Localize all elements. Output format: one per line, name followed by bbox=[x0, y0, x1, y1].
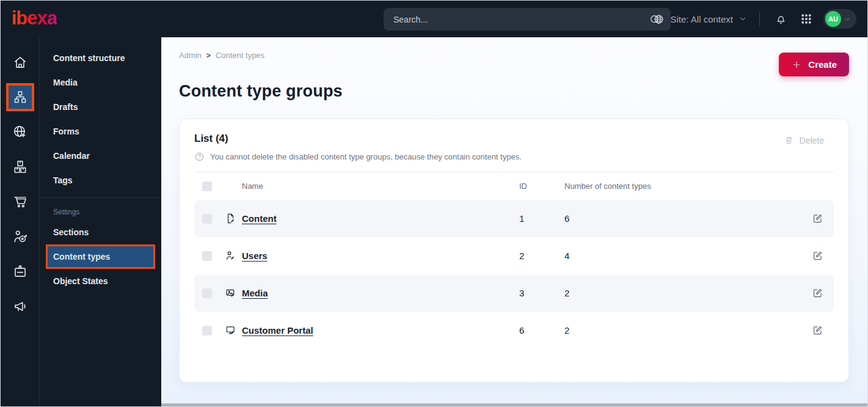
rail-item-products[interactable] bbox=[3, 149, 37, 184]
help-circle-icon bbox=[194, 152, 205, 162]
edit-icon bbox=[812, 287, 823, 299]
breadcrumb: Admin > Content types bbox=[179, 51, 849, 60]
table-row: Customer Portal 6 2 bbox=[194, 312, 834, 349]
group-name-link[interactable]: Media bbox=[242, 288, 268, 298]
home-icon bbox=[12, 54, 28, 70]
rail-item-dashboard[interactable] bbox=[3, 45, 37, 79]
admin-badge-icon bbox=[12, 263, 28, 279]
group-id: 2 bbox=[519, 251, 564, 261]
rail-item-commerce[interactable] bbox=[3, 184, 37, 219]
topbar: ibexa Site: All context bbox=[1, 1, 867, 37]
create-button-label: Create bbox=[808, 59, 837, 70]
edit-icon bbox=[812, 213, 823, 224]
sidebar-menu: Content structure Media Drafts Forms Cal… bbox=[40, 37, 161, 406]
create-button[interactable]: Create bbox=[779, 53, 849, 76]
sidebar-item-calendar[interactable]: Calendar bbox=[40, 144, 161, 168]
delete-button-label: Delete bbox=[800, 136, 824, 145]
rail-item-site[interactable] bbox=[3, 114, 37, 149]
edit-icon bbox=[812, 250, 823, 262]
column-header-count: Number of content types bbox=[564, 182, 812, 191]
sidebar-item-forms[interactable]: Forms bbox=[40, 119, 161, 144]
table-row: Media 3 2 bbox=[194, 274, 834, 312]
edit-group-button[interactable] bbox=[812, 287, 834, 299]
rail-item-personalization[interactable] bbox=[3, 219, 37, 254]
page-title: Content type groups bbox=[179, 82, 849, 101]
user-menu[interactable]: AU bbox=[823, 9, 856, 29]
column-header-name: Name bbox=[242, 182, 519, 191]
chevron-down-icon bbox=[844, 15, 852, 23]
product-catalog-icon bbox=[12, 159, 28, 175]
group-content-type-count: 2 bbox=[564, 288, 812, 298]
note-text: You cannot delete the disabled content t… bbox=[210, 152, 522, 161]
globe-icon bbox=[653, 13, 665, 25]
notifications-bell-icon[interactable] bbox=[772, 10, 789, 28]
edit-group-button[interactable] bbox=[812, 324, 834, 336]
sidebar-item-media[interactable]: Media bbox=[40, 70, 161, 95]
row-checkbox[interactable] bbox=[202, 288, 212, 298]
file-edit-icon bbox=[225, 213, 242, 224]
table-row: Content 1 6 bbox=[194, 200, 834, 237]
column-header-id: ID bbox=[519, 182, 564, 191]
sidebar-item-content-structure[interactable]: Content structure bbox=[40, 46, 161, 70]
avatar: AU bbox=[825, 11, 841, 27]
table-header-row: Name ID Number of content types bbox=[194, 172, 834, 200]
icon-rail bbox=[1, 37, 40, 406]
marketing-megaphone-icon bbox=[12, 298, 28, 314]
app-grid-icon[interactable] bbox=[798, 10, 815, 28]
edit-group-button[interactable] bbox=[812, 250, 834, 262]
group-name-link[interactable]: Customer Portal bbox=[242, 325, 313, 336]
trash-icon bbox=[784, 135, 794, 145]
row-checkbox[interactable] bbox=[202, 214, 212, 224]
content-structure-icon bbox=[13, 90, 27, 105]
settings-section-label: Settings bbox=[40, 202, 161, 220]
list-count-title: List (4) bbox=[194, 133, 834, 145]
sidebar-item-tags[interactable]: Tags bbox=[40, 168, 161, 193]
search-input[interactable] bbox=[393, 15, 646, 24]
delete-button[interactable]: Delete bbox=[784, 135, 824, 145]
group-id: 6 bbox=[519, 325, 564, 336]
sidebar-item-drafts[interactable]: Drafts bbox=[40, 95, 161, 119]
commerce-cart-icon bbox=[12, 194, 28, 210]
global-search[interactable] bbox=[384, 8, 671, 31]
user-edit-icon bbox=[225, 250, 242, 262]
image-edit-icon bbox=[225, 287, 242, 299]
sidebar-item-object-states[interactable]: Object States bbox=[40, 269, 161, 293]
rail-item-admin[interactable] bbox=[3, 254, 37, 288]
group-id: 1 bbox=[519, 213, 564, 224]
group-content-type-count: 2 bbox=[564, 325, 812, 336]
personalization-icon bbox=[12, 229, 28, 244]
group-name-link[interactable]: Users bbox=[242, 251, 268, 261]
sidebar-item-sections[interactable]: Sections bbox=[40, 220, 161, 244]
content-type-groups-table: Name ID Number of content types Content … bbox=[194, 172, 834, 349]
content-type-groups-card: List (4) You cannot delete the disabled … bbox=[179, 119, 849, 383]
breadcrumb-separator: > bbox=[206, 51, 211, 60]
table-row: Users 2 4 bbox=[194, 237, 834, 274]
monitor-edit-icon bbox=[225, 324, 242, 336]
edit-icon bbox=[812, 324, 823, 336]
ibexa-logo: ibexa bbox=[12, 9, 57, 30]
breadcrumb-admin[interactable]: Admin bbox=[179, 51, 202, 60]
row-checkbox[interactable] bbox=[202, 251, 212, 261]
delete-restriction-note: You cannot delete the disabled content t… bbox=[194, 152, 834, 162]
rail-item-marketing[interactable] bbox=[3, 288, 37, 323]
divider bbox=[40, 197, 161, 198]
rail-item-content[interactable] bbox=[3, 79, 37, 114]
app-window: ibexa Site: All context bbox=[0, 0, 868, 407]
group-id: 3 bbox=[519, 288, 564, 298]
edit-group-button[interactable] bbox=[812, 213, 834, 224]
topbar-actions: Site: All context AU bbox=[653, 1, 856, 37]
group-content-type-count: 6 bbox=[564, 213, 812, 224]
row-checkbox[interactable] bbox=[202, 326, 212, 336]
sidebar-item-content-types[interactable]: Content types bbox=[46, 244, 155, 269]
group-name-link[interactable]: Content bbox=[242, 213, 277, 224]
breadcrumb-content-types[interactable]: Content types bbox=[216, 51, 264, 60]
main-content: Admin > Content types Create Content typ… bbox=[161, 37, 867, 406]
chevron-down-icon bbox=[739, 15, 747, 23]
divider bbox=[759, 11, 760, 27]
site-globe-icon bbox=[12, 124, 28, 140]
site-context-selector[interactable]: Site: All context bbox=[653, 13, 747, 25]
site-context-label: Site: All context bbox=[670, 14, 733, 24]
plus-icon bbox=[791, 59, 802, 70]
horizontal-scrollbar[interactable] bbox=[161, 403, 867, 406]
select-all-checkbox[interactable] bbox=[202, 182, 212, 191]
